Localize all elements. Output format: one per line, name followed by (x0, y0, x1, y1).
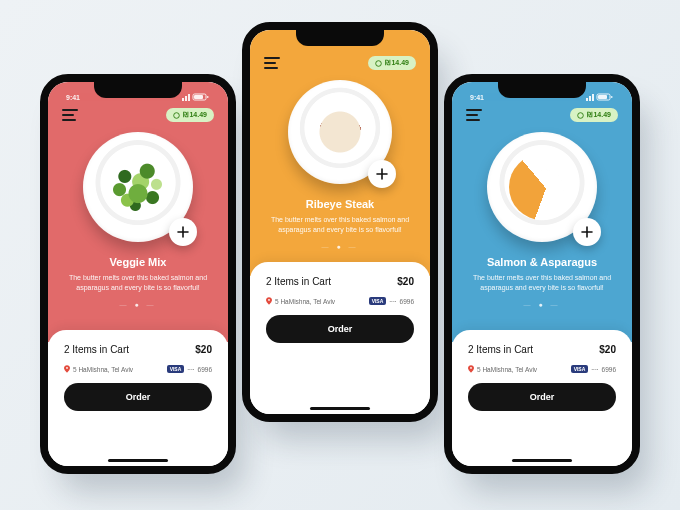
svg-point-17 (470, 367, 472, 369)
price-badge[interactable]: ₪ 14.49 (570, 108, 618, 122)
status-time: 9:41 (66, 94, 80, 101)
card-brand: VISA (167, 365, 185, 373)
plus-icon (177, 226, 189, 238)
svg-rect-2 (188, 94, 190, 101)
page-indicator[interactable]: — ● — (466, 301, 618, 308)
svg-point-8 (375, 60, 381, 66)
delivery-address[interactable]: 5 HaMishna, Tel Aviv (64, 365, 133, 373)
phone-mockup-right: 9:41 ₪ 14.49 Salmon & Asparagus The butt… (444, 74, 640, 474)
cart-panel: 2 Items in Cart $20 5 HaMishna, Tel Aviv… (250, 262, 430, 414)
dish-description: The butter melts over this baked salmon … (63, 273, 213, 293)
card-brand: VISA (571, 365, 589, 373)
phone-mockup-left: 9:41 ₪ 14.49 Veggie Mix The butter melts… (40, 74, 236, 474)
svg-point-7 (66, 367, 68, 369)
pin-icon (468, 365, 474, 373)
add-to-cart-button[interactable] (368, 160, 396, 188)
page-indicator[interactable]: — ● — (264, 243, 416, 250)
home-indicator (512, 459, 572, 463)
svg-rect-1 (185, 96, 187, 101)
home-indicator (310, 407, 370, 411)
card-dots: ···· (187, 366, 194, 373)
address-text: 5 HaMishna, Tel Aviv (477, 366, 537, 373)
svg-rect-14 (598, 95, 607, 99)
card-brand: VISA (369, 297, 387, 305)
price-badge-label: ₪ 14.49 (183, 111, 207, 119)
coin-icon (375, 60, 382, 67)
cart-total: $20 (599, 344, 616, 355)
order-button[interactable]: Order (64, 383, 212, 411)
dish-plate (288, 80, 392, 184)
pin-icon (266, 297, 272, 305)
card-last4: 6996 (602, 366, 616, 373)
payment-method[interactable]: VISA ···· 6996 (571, 365, 616, 373)
delivery-address[interactable]: 5 HaMishna, Tel Aviv (468, 365, 537, 373)
dish-title: Ribeye Steak (264, 198, 416, 210)
plus-icon (581, 226, 593, 238)
price-badge[interactable]: ₪ 14.49 (368, 56, 416, 70)
menu-icon[interactable] (466, 109, 482, 121)
payment-method[interactable]: VISA ···· 6996 (167, 365, 212, 373)
plus-icon (376, 168, 388, 180)
dish-title: Veggie Mix (62, 256, 214, 268)
device-notch (296, 28, 384, 46)
dish-description: The butter melts over this baked salmon … (265, 215, 415, 235)
coin-icon (577, 112, 584, 119)
svg-rect-11 (589, 96, 591, 101)
add-to-cart-button[interactable] (573, 218, 601, 246)
svg-rect-5 (207, 96, 209, 98)
device-notch (498, 80, 586, 98)
device-notch (94, 80, 182, 98)
hero-section: 9:41 ₪ 14.49 Ribeye Steak The butter mel… (250, 30, 430, 276)
cart-summary-label: 2 Items in Cart (266, 276, 331, 287)
svg-point-9 (268, 299, 270, 301)
dish-description: The butter melts over this baked salmon … (467, 273, 617, 293)
svg-point-6 (173, 112, 179, 118)
svg-rect-15 (611, 96, 613, 98)
dish-title: Salmon & Asparagus (466, 256, 618, 268)
delivery-address[interactable]: 5 HaMishna, Tel Aviv (266, 297, 335, 305)
hero-section: 9:41 ₪ 14.49 Veggie Mix The butter melts… (48, 82, 228, 342)
price-badge-label: ₪ 14.49 (385, 59, 409, 67)
svg-rect-0 (182, 98, 184, 101)
cart-total: $20 (195, 344, 212, 355)
cart-summary-label: 2 Items in Cart (468, 344, 533, 355)
status-time: 9:41 (470, 94, 484, 101)
price-badge[interactable]: ₪ 14.49 (166, 108, 214, 122)
svg-rect-10 (586, 98, 588, 101)
card-last4: 6996 (198, 366, 212, 373)
order-button[interactable]: Order (266, 315, 414, 343)
status-signal-icons (182, 93, 210, 101)
cart-summary-label: 2 Items in Cart (64, 344, 129, 355)
dish-plate (83, 132, 193, 242)
svg-rect-4 (194, 95, 203, 99)
page-indicator[interactable]: — ● — (62, 301, 214, 308)
status-signal-icons (586, 93, 614, 101)
svg-point-16 (577, 112, 583, 118)
pin-icon (64, 365, 70, 373)
card-last4: 6996 (400, 298, 414, 305)
dish-plate (487, 132, 597, 242)
address-text: 5 HaMishna, Tel Aviv (275, 298, 335, 305)
svg-rect-12 (592, 94, 594, 101)
card-dots: ···· (591, 366, 598, 373)
phone-mockup-center: 9:41 ₪ 14.49 Ribeye Steak The butter mel… (242, 22, 438, 422)
coin-icon (173, 112, 180, 119)
cart-panel: 2 Items in Cart $20 5 HaMishna, Tel Aviv… (452, 330, 632, 466)
address-text: 5 HaMishna, Tel Aviv (73, 366, 133, 373)
menu-icon[interactable] (62, 109, 78, 121)
hero-section: 9:41 ₪ 14.49 Salmon & Asparagus The butt… (452, 82, 632, 342)
menu-icon[interactable] (264, 57, 280, 69)
payment-method[interactable]: VISA ···· 6996 (369, 297, 414, 305)
card-dots: ···· (389, 298, 396, 305)
home-indicator (108, 459, 168, 463)
add-to-cart-button[interactable] (169, 218, 197, 246)
cart-total: $20 (397, 276, 414, 287)
order-button[interactable]: Order (468, 383, 616, 411)
price-badge-label: ₪ 14.49 (587, 111, 611, 119)
cart-panel: 2 Items in Cart $20 5 HaMishna, Tel Aviv… (48, 330, 228, 466)
